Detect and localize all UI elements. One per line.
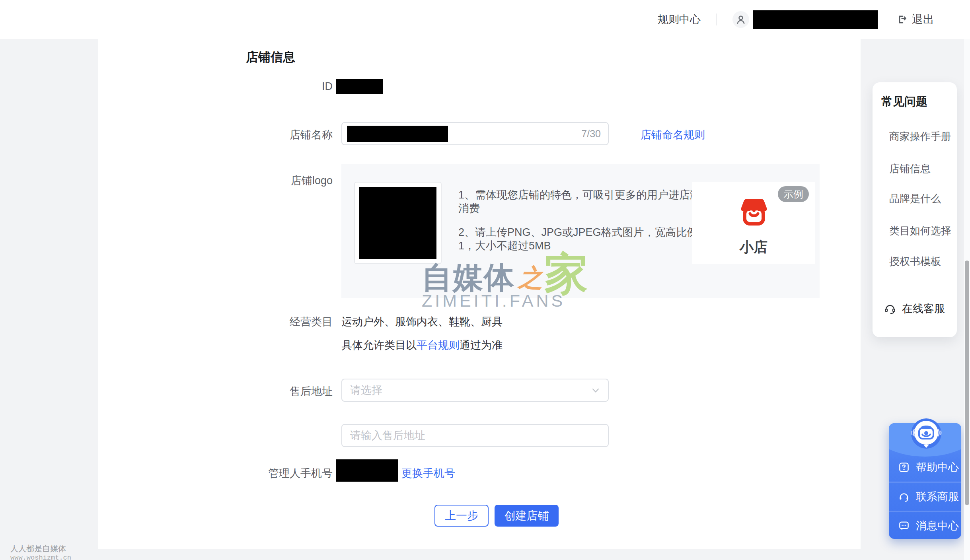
logo-tips: 1、需体现您店铺的特色，可吸引更多的用户进店浏览消费 2、请上传PNG、JPG或…: [458, 188, 716, 253]
select-placeholder: 请选择: [350, 383, 382, 397]
platform-rules-link[interactable]: 平台规则: [417, 339, 460, 351]
topbar-right-group: 规则中心 退出: [658, 0, 934, 39]
online-service-button[interactable]: 在线客服: [884, 301, 945, 316]
message-center-label: 消息中心: [916, 519, 959, 533]
redacted-phone-number: [336, 459, 398, 482]
logout-button[interactable]: 退出: [896, 12, 934, 27]
message-center-button[interactable]: 消息中心: [889, 511, 961, 539]
faq-item-authorization-template[interactable]: 授权书模板: [889, 255, 941, 268]
create-shop-button[interactable]: 创建店铺: [495, 505, 559, 527]
category-note: 具体允许类目以平台规则通过为准: [341, 338, 503, 352]
shop-logo-icon: [737, 194, 771, 228]
help-panel-rows: 帮助中心 联系商服 消息中心: [889, 453, 961, 539]
faq-item-what-is-brand[interactable]: 品牌是什么: [889, 192, 941, 206]
id-label: ID: [98, 80, 333, 93]
headset-icon: [884, 302, 896, 315]
category-note-suffix: 通过为准: [460, 339, 503, 351]
logo-section: 1、需体现您店铺的特色，可吸引更多的用户进店浏览消费 2、请上传PNG、JPG或…: [341, 164, 820, 298]
category-note-prefix: 具体允许类目以: [341, 339, 417, 351]
chevron-down-icon: [592, 388, 599, 393]
shop-logo-label: 店铺logo: [98, 173, 333, 188]
example-badge: 示例: [778, 186, 809, 202]
footer-line2: www.woshizmt.cn: [10, 554, 71, 560]
assistant-robot-icon[interactable]: [909, 414, 944, 453]
example-shop-name: 小店: [692, 238, 815, 257]
shop-info-panel: 店铺信息 ID 店铺名称 7/30 店铺命名规则 店铺logo 1、需体现您店铺…: [98, 39, 861, 549]
category-label: 经营类目: [98, 315, 333, 329]
logout-icon: [896, 14, 908, 25]
headset-icon: [898, 491, 910, 503]
change-phone-link[interactable]: 更换手机号: [401, 466, 455, 480]
help-icon: [898, 461, 910, 473]
category-value: 运动户外、服饰内衣、鞋靴、厨具: [341, 315, 503, 329]
contact-service-label: 联系商服: [916, 490, 959, 504]
aftersale-region-select[interactable]: 请选择: [341, 379, 609, 402]
logout-label: 退出: [912, 12, 934, 27]
redacted-shop-name-value: [347, 126, 448, 142]
aftersale-address-input[interactable]: [341, 424, 609, 447]
scrollbar-thumb[interactable]: [965, 261, 969, 505]
contact-service-button[interactable]: 联系商服: [889, 482, 961, 511]
topbar: 规则中心 退出: [0, 0, 970, 39]
previous-step-button[interactable]: 上一步: [434, 505, 489, 527]
avatar[interactable]: [732, 11, 749, 28]
footer-line1: 人人都是自媒体: [10, 543, 71, 554]
topbar-divider: [716, 14, 717, 25]
online-service-label: 在线客服: [902, 301, 945, 316]
page-title: 店铺信息: [246, 49, 295, 66]
faq-item-shop-info[interactable]: 店铺信息: [889, 162, 931, 176]
help-center-label: 帮助中心: [916, 460, 959, 474]
message-icon: [898, 520, 910, 532]
phone-label: 管理人手机号: [98, 466, 333, 480]
footer-watermark: 人人都是自媒体 www.woshizmt.cn: [10, 543, 71, 560]
shop-name-counter: 7/30: [581, 123, 601, 144]
faq-title: 常见问题: [881, 94, 927, 110]
faq-item-merchant-manual[interactable]: 商家操作手册: [889, 130, 951, 144]
shop-name-label: 店铺名称: [98, 128, 333, 142]
redacted-account-name: [753, 10, 878, 29]
shop-name-input[interactable]: 7/30: [341, 122, 609, 145]
faq-card: 常见问题 商家操作手册 店铺信息 品牌是什么 类目如何选择 授权书模板 在线客服: [873, 82, 957, 337]
help-center-button[interactable]: 帮助中心: [889, 453, 961, 482]
person-icon: [736, 14, 746, 25]
rules-center-link[interactable]: 规则中心: [658, 12, 701, 27]
logo-tip-1: 1、需体现您店铺的特色，可吸引更多的用户进店浏览消费: [458, 188, 716, 215]
naming-rules-link[interactable]: 店铺命名规则: [641, 128, 705, 142]
logo-tip-2: 2、请上传PNG、JPG或JPEG格式图片，宽高比例1：1，大小不超过5MB: [458, 226, 716, 253]
redacted-shop-id: [336, 79, 383, 94]
faq-item-category-choose[interactable]: 类目如何选择: [889, 224, 951, 238]
logo-example-card: 示例 小店: [692, 182, 815, 264]
scrollbar-track[interactable]: [964, 39, 970, 560]
redacted-logo-image: [359, 187, 436, 259]
logo-upload-box[interactable]: [354, 182, 442, 264]
aftersale-label: 售后地址: [98, 384, 333, 399]
